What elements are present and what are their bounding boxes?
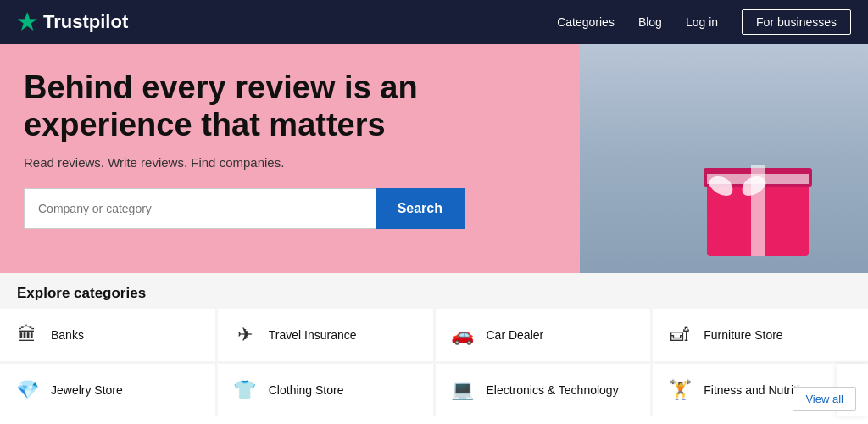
jewelry-store-label: Jewelry Store [51, 383, 123, 397]
category-card-furniture-store[interactable]: 🛋 Furniture Store [653, 309, 868, 361]
furniture-store-label: Furniture Store [704, 328, 782, 342]
furniture-store-icon: 🛋 [668, 324, 692, 346]
for-businesses-button[interactable]: For businesses [742, 9, 851, 35]
category-card-electronics-technology[interactable]: 💻 Electronics & Technology [436, 364, 651, 416]
car-dealer-label: Car Dealer [487, 328, 544, 342]
trustpilot-star-icon: ★ [17, 9, 36, 36]
hero-section: Behind every review is an experience tha… [0, 44, 868, 273]
category-card-travel-insurance[interactable]: ✈ Travel Insurance [218, 309, 433, 361]
category-card-banks[interactable]: 🏛 Banks [0, 309, 215, 361]
logo[interactable]: ★ Trustpilot [17, 9, 128, 36]
electronics-technology-icon: 💻 [451, 379, 475, 401]
view-all-button[interactable]: View all [793, 387, 856, 411]
car-dealer-icon: 🚗 [451, 324, 475, 346]
categories-heading: Explore categories [17, 285, 146, 302]
jewelry-store-icon: 💎 [15, 379, 39, 401]
clothing-store-icon: 👕 [233, 379, 257, 401]
category-card-jewelry-store[interactable]: 💎 Jewelry Store [0, 364, 215, 416]
gift-box [707, 171, 817, 256]
nav-categories[interactable]: Categories [557, 15, 615, 29]
banks-icon: 🏛 [15, 324, 39, 346]
hero-image [554, 44, 868, 273]
fitness-nutrition-icon: 🏋 [668, 379, 692, 401]
categories-section: Explore categories View all 🏛 Banks ✈ Tr… [0, 273, 868, 416]
category-card-clothing-store[interactable]: 👕 Clothing Store [218, 364, 433, 416]
travel-insurance-icon: ✈ [233, 324, 257, 346]
nav-blog[interactable]: Blog [638, 15, 662, 29]
banks-label: Banks [51, 328, 84, 342]
hero-subtitle: Read reviews. Write reviews. Find compan… [24, 155, 519, 170]
navbar-links: Categories Blog Log in For businesses [557, 9, 851, 35]
categories-grid: 🏛 Banks ✈ Travel Insurance 🚗 Car Dealer … [0, 309, 868, 416]
search-bar: Search [24, 188, 465, 229]
hero-title: Behind every review is an experience tha… [24, 70, 519, 143]
search-input[interactable] [24, 188, 376, 229]
logo-text: Trustpilot [43, 11, 128, 33]
travel-insurance-label: Travel Insurance [269, 328, 357, 342]
categories-header: Explore categories View all [0, 273, 868, 309]
hero-content: Behind every review is an experience tha… [0, 44, 542, 273]
category-card-car-dealer[interactable]: 🚗 Car Dealer [436, 309, 651, 361]
clothing-store-label: Clothing Store [269, 383, 344, 397]
navbar: ★ Trustpilot Categories Blog Log in For … [0, 0, 868, 44]
nav-login[interactable]: Log in [686, 15, 718, 29]
electronics-technology-label: Electronics & Technology [487, 383, 619, 397]
search-button[interactable]: Search [376, 188, 465, 229]
